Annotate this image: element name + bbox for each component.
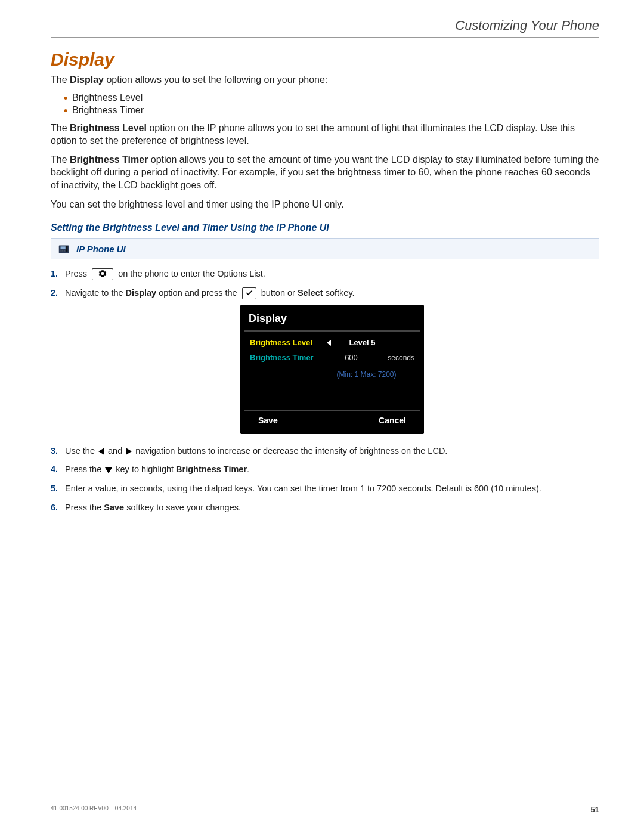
note-paragraph: You can set the brightness level and tim… xyxy=(51,198,599,211)
intro-paragraph: The Display option allows you to set the… xyxy=(51,73,599,86)
step-item: Press on the phone to enter the Options … xyxy=(51,268,599,281)
brightness-timer-paragraph: The Brightness Timer option allows you t… xyxy=(51,153,599,192)
feature-bullet-list: Brightness Level Brightness Timer xyxy=(64,92,599,116)
page-footer: 41-001524-00 REV00 – 04.2014 51 xyxy=(51,805,599,814)
section-heading: Display xyxy=(51,49,599,70)
callout-label: IP Phone UI xyxy=(76,244,126,254)
page-number: 51 xyxy=(591,805,599,814)
ip-phone-ui-callout: IP Phone UI xyxy=(51,238,599,259)
text-bold: Brightness Level xyxy=(70,123,147,133)
check-box-icon xyxy=(242,287,256,299)
text-bold: Brightness Timer xyxy=(176,465,247,474)
down-arrow-icon xyxy=(105,467,112,473)
header-divider xyxy=(51,37,599,38)
step-item: Use the and navigation buttons to increa… xyxy=(51,445,599,458)
text: and xyxy=(106,446,125,456)
text: navigation buttons to increase or decrea… xyxy=(133,446,447,456)
text: button or xyxy=(259,288,298,298)
text: The xyxy=(51,75,70,85)
text: The xyxy=(51,154,70,165)
lcd-field-unit: seconds xyxy=(380,352,414,363)
text-bold: Save xyxy=(104,503,124,512)
text: . xyxy=(247,465,249,474)
gear-key-icon xyxy=(92,268,113,280)
left-arrow-icon xyxy=(327,340,331,346)
text: on the phone to enter the Options List. xyxy=(118,269,265,278)
step-item: Press the Save softkey to save your chan… xyxy=(51,501,599,515)
svg-rect-1 xyxy=(61,246,66,249)
text: Press the xyxy=(65,503,104,512)
text: option allows you to set the following o… xyxy=(104,75,327,85)
step-item: Press the key to highlight Brightness Ti… xyxy=(51,463,599,476)
text-bold: Select xyxy=(298,288,323,298)
footer-doc-id: 41-001524-00 REV00 – 04.2014 xyxy=(51,805,137,814)
lcd-softkey-row: Save Cancel xyxy=(244,410,420,431)
svg-rect-2 xyxy=(66,246,67,252)
text: Press the xyxy=(65,465,104,474)
svg-rect-5 xyxy=(64,250,65,250)
text-bold: Display xyxy=(70,75,104,85)
text: Level 5 xyxy=(349,338,375,347)
svg-rect-8 xyxy=(64,252,65,252)
lcd-field-value: 600 xyxy=(323,352,380,364)
svg-rect-7 xyxy=(62,252,63,252)
chapter-title: Customizing Your Phone xyxy=(51,18,599,33)
lcd-softkey-cancel: Cancel xyxy=(379,414,406,427)
left-arrow-icon xyxy=(98,448,104,455)
lcd-row-brightness-timer: Brightness Timer 600 seconds xyxy=(244,350,420,366)
svg-rect-4 xyxy=(62,250,63,250)
text: softkey. xyxy=(323,288,355,298)
lcd-softkey-save: Save xyxy=(258,414,278,427)
svg-rect-3 xyxy=(61,250,62,250)
sub-heading: Setting the Brightness Level and Timer U… xyxy=(51,222,599,233)
lcd-row-brightness-level: Brightness Level Level 5 xyxy=(244,335,420,351)
text: option and press the xyxy=(156,288,239,298)
lcd-field-value: Level 5 xyxy=(323,337,380,349)
procedure-steps: Press on the phone to enter the Options … xyxy=(51,268,599,515)
right-arrow-icon xyxy=(126,448,132,455)
desk-phone-icon xyxy=(57,242,70,255)
lcd-title: Display xyxy=(244,308,420,332)
list-item: Brightness Timer xyxy=(64,105,599,116)
list-item: Brightness Level xyxy=(64,92,599,103)
text: softkey to save your changes. xyxy=(124,503,241,512)
svg-rect-6 xyxy=(61,252,62,252)
text: key to highlight xyxy=(113,465,176,474)
text: Use the xyxy=(65,446,97,456)
lcd-field-label: Brightness Level xyxy=(250,337,323,349)
step-item: Navigate to the Display option and press… xyxy=(51,287,599,434)
lcd-display-screenshot: Display Brightness Level Level 5 Brightn… xyxy=(240,305,424,434)
text: The xyxy=(51,123,70,133)
text-bold: Display xyxy=(126,288,157,298)
text-bold: Brightness Timer xyxy=(70,154,148,165)
step-item: Enter a value, in seconds, using the dia… xyxy=(51,482,599,496)
lcd-body: Brightness Level Level 5 Brightness Time… xyxy=(244,332,420,410)
brightness-level-paragraph: The Brightness Level option on the IP ph… xyxy=(51,122,599,147)
text: Navigate to the xyxy=(65,288,126,298)
lcd-field-label: Brightness Timer xyxy=(250,352,323,364)
text: Press xyxy=(65,269,87,278)
lcd-hint: (Min: 1 Max: 7200) xyxy=(244,366,420,380)
